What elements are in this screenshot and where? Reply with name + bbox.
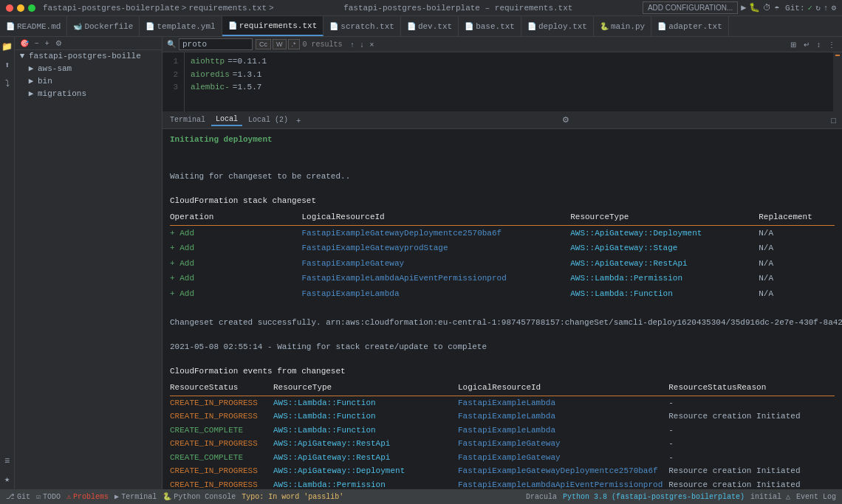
term-cf-header: CloudFormation stack changeset bbox=[170, 195, 835, 207]
regex-btn[interactable]: .* bbox=[288, 39, 300, 49]
sidebar-settings-btn[interactable]: ⚙ bbox=[53, 38, 64, 48]
rtype-7[interactable]: AWS::Lambda::Permission bbox=[273, 478, 458, 490]
project-icon[interactable]: 📁 bbox=[0, 40, 14, 54]
close-search-btn[interactable]: × bbox=[368, 40, 377, 49]
sidebar-expand-btn[interactable]: + bbox=[43, 38, 52, 48]
git-update-icon[interactable]: ↻ bbox=[815, 3, 821, 13]
close-dot[interactable] bbox=[6, 4, 13, 12]
run-icon[interactable]: ▶ bbox=[741, 2, 746, 13]
tree-aws-sam[interactable]: ▶ aws-sam bbox=[15, 62, 162, 75]
rtype-6[interactable]: AWS::ApiGateway::Deployment bbox=[273, 464, 458, 478]
favorites-icon[interactable]: ★ bbox=[3, 472, 11, 486]
terminal-maximize-btn[interactable]: □ bbox=[828, 115, 839, 125]
debug-icon[interactable]: 🐛 bbox=[749, 2, 760, 13]
tab-dockerfile[interactable]: 🐋 Dockerfile bbox=[67, 16, 140, 36]
logical-4[interactable]: FastapiExampleLambdaApiEventPermissionpr… bbox=[302, 271, 571, 286]
git-push-icon[interactable]: ↑ bbox=[824, 4, 829, 13]
status-problems[interactable]: ⚠ Problems bbox=[66, 492, 109, 501]
tab-main[interactable]: 🐍 main.py bbox=[594, 16, 651, 36]
rtype-4[interactable]: AWS::ApiGateway::RestApi bbox=[273, 437, 458, 451]
type-3[interactable]: AWS::ApiGateway::RestApi bbox=[570, 256, 759, 272]
tree-bin-label: bin bbox=[38, 77, 52, 86]
settings-icon[interactable]: ⚙ bbox=[831, 3, 836, 13]
status-python-console[interactable]: 🐍 Python Console bbox=[162, 492, 236, 501]
rlogical-4[interactable]: FastapiExampleGateway bbox=[458, 437, 668, 451]
type-4[interactable]: AWS::Lambda::Permission bbox=[570, 271, 759, 286]
rtype-1[interactable]: AWS::Lambda::Function bbox=[273, 396, 458, 410]
commit-icon[interactable]: ⬆ bbox=[3, 58, 11, 72]
logical-1[interactable]: FastapiExampleGatewayDeploymentce2570ba6… bbox=[302, 225, 571, 241]
search-bar: 🔍 Cc W .* 0 results ↑ ↓ × ⊞ ↵ ↕ ⋮ bbox=[162, 37, 842, 52]
tab-template[interactable]: 📄 template.yml bbox=[140, 16, 222, 36]
tab-scratch[interactable]: 📄 scratch.txt bbox=[324, 16, 401, 36]
changeset-row-5: + Add FastapiExampleLambda AWS::Lambda::… bbox=[170, 286, 835, 302]
status-typo: Typo: In word 'passlib' bbox=[242, 493, 343, 501]
breadcrumb: fastapi-postgres-boilerplate > requireme… bbox=[43, 4, 274, 13]
rlogical-1[interactable]: FastapiExampleLambda bbox=[458, 396, 668, 410]
tree-bin[interactable]: ▶ bin bbox=[15, 75, 162, 87]
wrap-btn[interactable]: ↵ bbox=[801, 40, 812, 49]
maximize-dot[interactable] bbox=[28, 4, 35, 12]
prev-match-btn[interactable]: ↑ bbox=[349, 40, 357, 49]
status-python-version[interactable]: Python 3.8 (fastapi-postgres-boilerplate… bbox=[563, 492, 745, 501]
tab-adapter[interactable]: 📄 adapter.txt bbox=[651, 16, 729, 36]
status-todo[interactable]: ☑ TODO bbox=[36, 492, 61, 501]
tab-local2[interactable]: Local (2) bbox=[244, 114, 292, 125]
profile-icon[interactable]: ⏱ bbox=[763, 3, 771, 13]
search-input[interactable] bbox=[179, 38, 253, 50]
tree-root[interactable]: ▼ fastapi-postgres-boille bbox=[15, 50, 162, 62]
term-blank2 bbox=[170, 158, 835, 170]
status-event-log[interactable]: Event Log bbox=[796, 492, 836, 501]
tab-dev[interactable]: 📄 dev.txt bbox=[401, 16, 459, 36]
coverage-icon[interactable]: ☂ bbox=[774, 3, 779, 13]
sort-btn[interactable]: ↕ bbox=[815, 40, 823, 49]
tab-deploy[interactable]: 📄 deploy.txt bbox=[521, 16, 594, 36]
rtype-2[interactable]: AWS::Lambda::Function bbox=[273, 410, 458, 424]
logical-5[interactable]: FastapiExampleLambda bbox=[302, 286, 571, 302]
file-tabs: 📄 README.md 🐋 Dockerfile 📄 template.yml … bbox=[0, 16, 842, 37]
type-1[interactable]: AWS::ApiGateway::Deployment bbox=[570, 225, 759, 241]
minimize-dot[interactable] bbox=[17, 4, 24, 12]
bin-folder-icon: ▶ bbox=[27, 76, 35, 86]
status-git-branch[interactable]: initial △ bbox=[750, 492, 790, 501]
status-terminal[interactable]: ▶ Terminal bbox=[114, 492, 157, 501]
status-git[interactable]: ⎇ Git bbox=[6, 492, 30, 501]
status-dracula[interactable]: Dracula bbox=[526, 492, 557, 501]
structure-icon[interactable]: ≡ bbox=[3, 455, 11, 468]
next-match-btn[interactable]: ↓ bbox=[358, 40, 366, 49]
add-terminal-tab-btn[interactable]: + bbox=[294, 115, 303, 125]
sidebar-collapse-btn[interactable]: − bbox=[32, 38, 41, 48]
tab-requirements[interactable]: 📄 requirements.txt bbox=[222, 16, 324, 36]
filter-btn[interactable]: ⊞ bbox=[788, 40, 798, 49]
rlogical-2[interactable]: FastapiExampleLambda bbox=[458, 410, 668, 424]
word-btn[interactable]: W bbox=[273, 39, 287, 49]
add-configuration-button[interactable]: ADD CONFIGURATION... bbox=[643, 1, 738, 14]
tab-base[interactable]: 📄 base.txt bbox=[459, 16, 521, 36]
rlogical-3[interactable]: FastapiExampleLambda bbox=[458, 424, 668, 438]
tab-terminal[interactable]: Terminal bbox=[165, 114, 210, 125]
logical-3[interactable]: FastapiExampleGateway bbox=[302, 256, 571, 272]
extra-btn[interactable]: ⋮ bbox=[826, 40, 838, 49]
logical-2[interactable]: FastapiExampleGatewayprodStage bbox=[302, 241, 571, 256]
rtype-5[interactable]: AWS::ApiGateway::RestApi bbox=[273, 451, 458, 465]
event-row-2: CREATE_IN_PROGRESS AWS::Lambda::Function… bbox=[170, 410, 835, 424]
event-row-1: CREATE_IN_PROGRESS AWS::Lambda::Function… bbox=[170, 396, 835, 410]
type-5[interactable]: AWS::Lambda::Function bbox=[570, 286, 759, 302]
breadcrumb-sep1: > bbox=[182, 4, 187, 13]
tab-local[interactable]: Local bbox=[211, 114, 242, 126]
rlogical-6[interactable]: FastapiExampleGatewayDeploymentce2570ba6… bbox=[458, 464, 668, 478]
editor-content[interactable]: aiohttp==0.11.1 aioredis=1.3.1 alembic-=… bbox=[185, 52, 833, 111]
case-sensitive-btn[interactable]: Cc bbox=[256, 39, 271, 49]
sidebar-locate-btn[interactable]: 🎯 bbox=[18, 38, 31, 48]
base-icon: 📄 bbox=[465, 22, 473, 31]
rtype-3[interactable]: AWS::Lambda::Function bbox=[273, 424, 458, 438]
rlogical-5[interactable]: FastapiExampleGateway bbox=[458, 451, 668, 465]
type-2[interactable]: AWS::ApiGateway::Stage bbox=[570, 241, 759, 256]
tree-migrations[interactable]: ▶ migrations bbox=[15, 87, 162, 100]
ver-3: =1.5.7 bbox=[233, 81, 262, 94]
pull-requests-icon[interactable]: ⤵ bbox=[4, 77, 11, 91]
rlogical-7[interactable]: FastapiExampleLambdaApiEventPermissionpr… bbox=[458, 478, 668, 490]
tab-readme[interactable]: 📄 README.md bbox=[0, 16, 67, 36]
terminal-settings-btn[interactable]: ⚙ bbox=[559, 114, 572, 125]
tab-main-label: main.py bbox=[611, 22, 645, 31]
